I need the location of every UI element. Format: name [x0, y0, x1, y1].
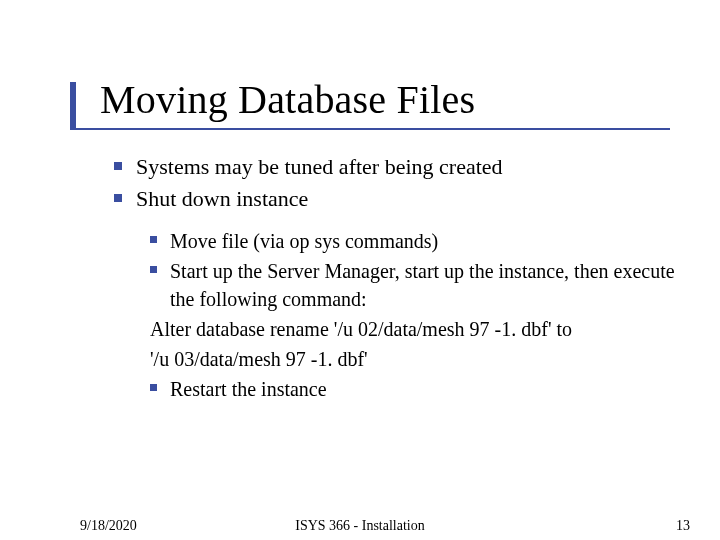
bullet-text: Restart the instance	[170, 378, 327, 400]
sub-bullet-block: Move file (via op sys commands) Start up…	[170, 227, 680, 403]
title-accent-bar	[70, 82, 76, 128]
square-bullet-icon	[114, 162, 122, 170]
title-underline	[70, 128, 670, 130]
square-bullet-icon	[150, 236, 157, 243]
bullet-level2: Start up the Server Manager, start up th…	[170, 257, 680, 313]
square-bullet-icon	[150, 266, 157, 273]
bullet-text: Start up the Server Manager, start up th…	[170, 260, 675, 310]
slide-title: Moving Database Files	[100, 76, 475, 123]
square-bullet-icon	[114, 194, 122, 202]
slide: Moving Database Files Systems may be tun…	[0, 0, 720, 540]
bullet-text: Shut down instance	[136, 186, 308, 211]
square-bullet-icon	[150, 384, 157, 391]
bullet-text: Move file (via op sys commands)	[170, 230, 438, 252]
bullet-text: Systems may be tuned after being created	[136, 154, 503, 179]
slide-body: Systems may be tuned after being created…	[100, 150, 680, 405]
code-line: Alter database rename '/u 02/data/mesh 9…	[150, 315, 680, 343]
bullet-level1: Shut down instance	[136, 184, 680, 214]
code-line: '/u 03/data/mesh 97 -1. dbf'	[150, 345, 680, 373]
footer-page: 13	[676, 518, 690, 534]
bullet-level2: Move file (via op sys commands)	[170, 227, 680, 255]
bullet-level1: Systems may be tuned after being created	[136, 152, 680, 182]
bullet-level2: Restart the instance	[170, 375, 680, 403]
footer-center: ISYS 366 - Installation	[0, 518, 720, 534]
